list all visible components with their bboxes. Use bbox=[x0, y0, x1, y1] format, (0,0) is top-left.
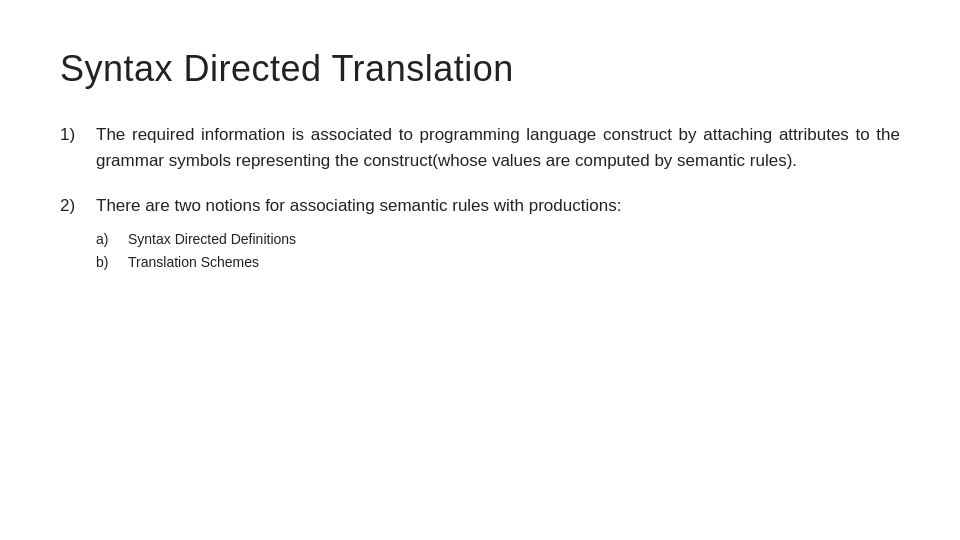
list-number-2: 2) bbox=[60, 193, 88, 219]
list-item-2: 2) There are two notions for associating… bbox=[60, 193, 900, 273]
list-text-2: There are two notions for associating se… bbox=[96, 193, 900, 219]
slide: Syntax Directed Translation 1) The requi… bbox=[0, 0, 960, 540]
sub-list-letter-b: b) bbox=[96, 252, 120, 273]
list-number-1: 1) bbox=[60, 122, 88, 148]
list-item-1: 1) The required information is associate… bbox=[60, 122, 900, 175]
list-text-1: The required information is associated t… bbox=[96, 122, 900, 175]
content-area: 1) The required information is associate… bbox=[60, 122, 900, 500]
sub-list-item-a: a) Syntax Directed Definitions bbox=[96, 229, 900, 250]
sub-list: a) Syntax Directed Definitions b) Transl… bbox=[96, 229, 900, 273]
page-title: Syntax Directed Translation bbox=[60, 48, 900, 90]
sub-list-text-a: Syntax Directed Definitions bbox=[128, 229, 296, 250]
sub-list-item-b: b) Translation Schemes bbox=[96, 252, 900, 273]
sub-list-text-b: Translation Schemes bbox=[128, 252, 259, 273]
sub-list-letter-a: a) bbox=[96, 229, 120, 250]
